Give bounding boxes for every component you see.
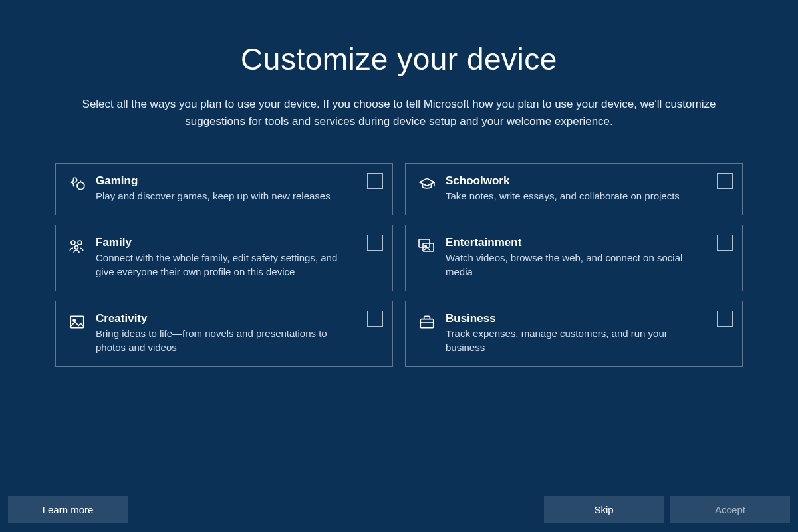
family-icon bbox=[65, 236, 89, 255]
card-creativity[interactable]: Creativity Bring ideas to life—from nove… bbox=[55, 301, 393, 367]
card-desc: Track expenses, manage customers, and ru… bbox=[446, 327, 698, 354]
card-desc: Watch videos, browse the web, and connec… bbox=[446, 251, 698, 279]
checkbox[interactable] bbox=[717, 311, 733, 327]
checkbox[interactable] bbox=[717, 173, 733, 189]
svg-point-6 bbox=[425, 245, 426, 247]
checkbox[interactable] bbox=[367, 173, 383, 189]
footer: Learn more Skip Accept bbox=[8, 496, 790, 523]
svg-point-0 bbox=[77, 182, 84, 190]
accept-button[interactable]: Accept bbox=[670, 496, 790, 523]
svg-rect-9 bbox=[420, 319, 434, 328]
svg-rect-7 bbox=[70, 316, 84, 327]
card-desc: Play and discover games, keep up with ne… bbox=[96, 189, 348, 203]
schoolwork-icon bbox=[415, 174, 439, 193]
creativity-icon bbox=[65, 312, 89, 331]
checkbox[interactable] bbox=[367, 311, 383, 327]
usage-grid: Gaming Play and discover games, keep up … bbox=[55, 163, 743, 367]
card-entertainment[interactable]: Entertainment Watch videos, browse the w… bbox=[405, 225, 743, 291]
card-business[interactable]: Business Track expenses, manage customer… bbox=[405, 301, 743, 367]
svg-point-2 bbox=[78, 241, 82, 245]
card-title: Schoolwork bbox=[446, 174, 698, 188]
entertainment-icon bbox=[415, 236, 439, 255]
skip-button[interactable]: Skip bbox=[544, 496, 664, 523]
svg-point-3 bbox=[75, 246, 78, 249]
page-title: Customize your device bbox=[0, 41, 798, 77]
card-desc: Bring ideas to life—from novels and pres… bbox=[96, 327, 348, 354]
checkbox[interactable] bbox=[717, 235, 733, 251]
checkbox[interactable] bbox=[367, 235, 383, 251]
card-title: Entertainment bbox=[446, 236, 698, 249]
svg-point-1 bbox=[71, 241, 75, 245]
card-gaming[interactable]: Gaming Play and discover games, keep up … bbox=[55, 163, 393, 215]
page-subtitle: Select all the ways you plan to use your… bbox=[66, 96, 732, 130]
card-schoolwork[interactable]: Schoolwork Take notes, write essays, and… bbox=[405, 163, 743, 215]
card-family[interactable]: Family Connect with the whole family, ed… bbox=[55, 225, 393, 291]
card-title: Family bbox=[96, 236, 348, 249]
card-title: Business bbox=[446, 312, 698, 325]
gaming-icon bbox=[65, 174, 89, 193]
card-title: Creativity bbox=[96, 312, 348, 325]
business-icon bbox=[415, 312, 439, 331]
learn-more-button[interactable]: Learn more bbox=[8, 496, 128, 523]
card-desc: Take notes, write essays, and collaborat… bbox=[446, 189, 698, 203]
card-desc: Connect with the whole family, edit safe… bbox=[96, 251, 348, 279]
card-title: Gaming bbox=[96, 174, 348, 188]
